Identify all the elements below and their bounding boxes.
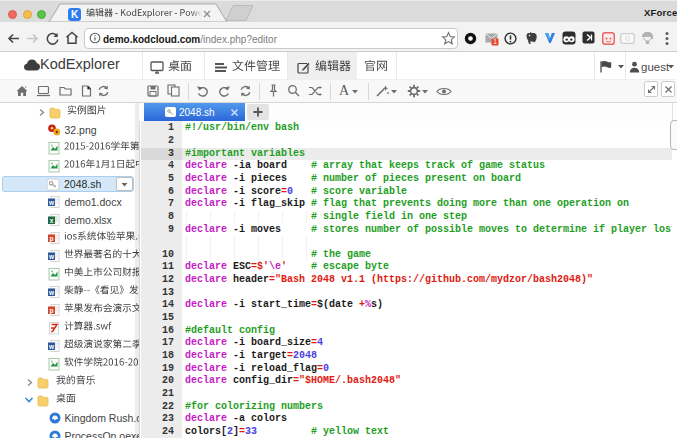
svg-text:w: w bbox=[47, 343, 54, 350]
svg-text:p: p bbox=[49, 235, 53, 243]
svg-text:w: w bbox=[47, 199, 54, 206]
svg-text:p: p bbox=[49, 307, 53, 315]
svg-text:w: w bbox=[47, 289, 54, 296]
svg-text:1: 1 bbox=[493, 38, 497, 45]
svg-text:x: x bbox=[49, 217, 53, 224]
svg-text:w: w bbox=[47, 253, 54, 260]
